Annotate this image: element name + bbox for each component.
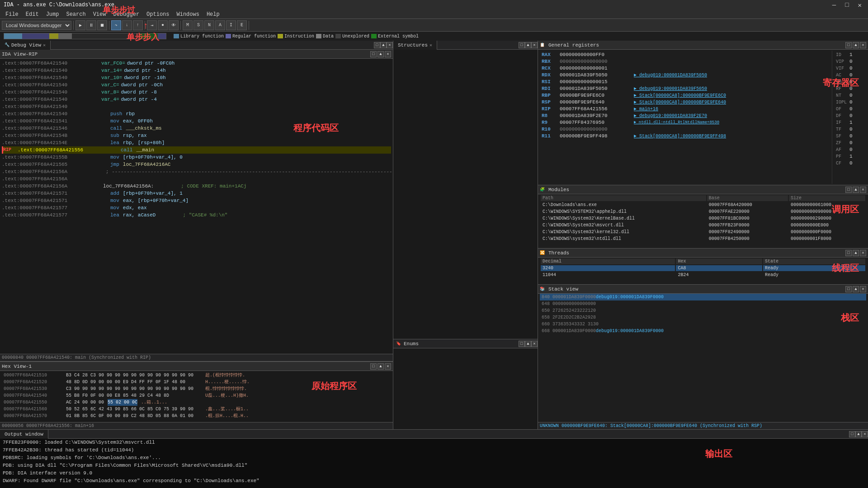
output-close-btn[interactable]: ✕	[862, 431, 868, 437]
step-into-button[interactable]: ↓	[122, 20, 132, 30]
rdi-link[interactable]: ► debug019:000001DA839F5050	[634, 85, 707, 92]
modules-max-btn[interactable]: ▲	[853, 187, 859, 193]
ida-view-content[interactable]: .text:00007FF68A421540 var_FC0= dword pt…	[0, 59, 393, 354]
strings-button[interactable]: A	[215, 20, 225, 30]
module-row-kernel32[interactable]: C:\WINDOWS\System32\kernel32.dll 00007FF…	[541, 229, 865, 235]
rip-link[interactable]: ► main+16	[634, 106, 658, 113]
stop-button[interactable]: ⏹	[97, 20, 107, 30]
hex-float-btn[interactable]: □	[370, 363, 377, 370]
close-button[interactable]: ✕	[855, 1, 864, 9]
ida-float-btn[interactable]: □	[370, 51, 377, 57]
segments-button[interactable]: S	[193, 20, 203, 30]
pane-float-left[interactable]: □	[374, 42, 380, 48]
struct-float-btn[interactable]: □	[519, 42, 525, 48]
modules-controls[interactable]: □ ▲ ✕	[845, 187, 866, 193]
ida-close-btn[interactable]: ✕	[385, 51, 391, 57]
debugger-dropdown[interactable]: Local Windows debugger	[2, 21, 71, 30]
code-line-rip[interactable]: RIP .text:00007FF68A421556 call __main	[2, 146, 391, 154]
maximize-button[interactable]: □	[842, 1, 851, 9]
names-button[interactable]: N	[204, 20, 214, 30]
module-base-ans: 00007FF68A420000	[707, 202, 788, 208]
step-out-button[interactable]: ↑	[133, 20, 143, 30]
modules-col-path: Path	[541, 195, 706, 201]
pause-button[interactable]: ⏸	[86, 20, 96, 30]
menu-file[interactable]: File	[2, 11, 22, 18]
hex-view-controls[interactable]: □ ▲ ✕	[370, 363, 391, 370]
hex-close-btn[interactable]: ✕	[385, 363, 391, 370]
imports-button[interactable]: I	[226, 20, 236, 30]
rbp-link[interactable]: ► Stack[00000CA8]:000000BF9E9FE6C0	[634, 92, 726, 99]
enums-close-btn[interactable]: ✕	[531, 341, 538, 347]
window-controls[interactable]: — □ ✕	[830, 1, 864, 9]
breakpoint-button[interactable]: ●	[158, 20, 168, 30]
r11-link[interactable]: ► Stack[00000CA8]:000000BF9E9FF498	[634, 133, 726, 140]
run-to-cursor-button[interactable]: ⇥	[147, 20, 157, 30]
pane-close-left[interactable]: ✕	[387, 42, 393, 48]
reg-icon: 📋	[540, 42, 545, 47]
module-row-msvcrt[interactable]: C:\WINDOWS\System32\msvcrt.dll 00007FFB2…	[541, 222, 865, 228]
module-row-ans[interactable]: C:\Downloads\ans.exe 00007FF68A420000 00…	[541, 202, 865, 208]
exports-button[interactable]: E	[237, 20, 247, 30]
watch-button[interactable]: 👁	[169, 20, 179, 30]
modules-button[interactable]: M	[183, 20, 193, 30]
r9-link[interactable]: ► ntdll.dll:ntdll_RtlNtdllName+8530	[634, 119, 719, 126]
menu-help[interactable]: Help	[203, 11, 223, 18]
minimize-button[interactable]: —	[830, 1, 839, 9]
code-line-mov1: .text:00007FF68A421541 mov eax, 0FF0h	[2, 117, 391, 125]
reg-max-btn[interactable]: ▲	[853, 42, 859, 48]
tab-output[interactable]: Output window	[0, 430, 48, 439]
step-over-button[interactable]: ↷ 单步步过 ↓	[111, 20, 121, 30]
r8-link[interactable]: ► debug019:000001DA839F2E70	[634, 113, 707, 119]
menu-windows[interactable]: Windows	[173, 11, 203, 18]
module-row-apphelp[interactable]: C:\WINDOWS\SYSTEM32\apphelp.dll 00007FFA…	[541, 209, 865, 215]
struct-max-btn[interactable]: ▲	[525, 42, 531, 48]
modules-close-btn[interactable]: ✕	[860, 187, 866, 193]
menu-search[interactable]: Search	[62, 11, 89, 18]
thread-state-11044: Ready	[763, 272, 865, 278]
menu-edit[interactable]: Edit	[22, 11, 42, 18]
stack-max-btn[interactable]: ▲	[853, 286, 859, 292]
reg-controls[interactable]: □ ▲ ✕	[845, 42, 866, 48]
tab-debug-view[interactable]: 🔧 Debug View ✕	[0, 41, 51, 50]
thread-row-3240[interactable]: 3240 CA8 Ready	[541, 265, 865, 271]
module-row-kernelbase[interactable]: C:\WINDOWS\System32\KernelBase.dll 00007…	[541, 216, 865, 221]
stack-float-btn[interactable]: □	[845, 286, 852, 292]
ida-max-btn[interactable]: ▲	[377, 51, 384, 57]
stack-val-6[interactable]: debug019:000001DA839F0000	[596, 328, 668, 334]
thread-row-11044[interactable]: 11044 2B24 Ready	[541, 272, 865, 278]
stack-controls[interactable]: □ ▲ ✕	[845, 286, 866, 292]
reg-float-btn[interactable]: □	[845, 42, 852, 48]
threads-float-btn[interactable]: □	[845, 250, 852, 256]
reg-close-btn[interactable]: ✕	[860, 42, 866, 48]
enums-float-btn[interactable]: □	[519, 341, 525, 347]
threads-controls[interactable]: □ ▲ ✕	[845, 250, 866, 256]
pane-max-left[interactable]: ▲	[380, 42, 387, 48]
structures-close[interactable]: ✕	[429, 42, 432, 48]
rip-val: 00007FF68A421556	[560, 106, 632, 113]
tab-structures[interactable]: Structures ✕	[393, 41, 437, 50]
enums-max-btn[interactable]: ▲	[525, 341, 531, 347]
struct-close-btn[interactable]: ✕	[531, 42, 538, 48]
modules-float-btn[interactable]: □	[845, 187, 852, 193]
menu-options[interactable]: Options	[143, 11, 173, 18]
menu-jump[interactable]: Jump	[42, 11, 63, 18]
stack-close-btn[interactable]: ✕	[860, 286, 866, 292]
menu-debugger[interactable]: Debugger	[109, 11, 143, 18]
module-row-ntdll[interactable]: C:\WINDOWS\system32\ntdll.dll 00007FFB42…	[541, 236, 865, 242]
hex-bytes-6: 50 52 65 6C 42 43 90 85 66 0C 85 C0 75 3…	[66, 406, 202, 413]
output-max-btn[interactable]: ▲	[855, 431, 862, 437]
hex-max-btn[interactable]: ▲	[377, 363, 384, 370]
rdx-link[interactable]: ► debug019:000001DA839F5050	[634, 72, 707, 79]
output-float-btn[interactable]: □	[849, 431, 855, 437]
ida-view-controls[interactable]: □ ▲ ✕	[370, 51, 391, 57]
stack-val-1[interactable]: debug019:000001DA839F0000	[596, 294, 668, 300]
stack-row-1[interactable]: 840 000001DA839F0000 debug019:000001DA83…	[540, 294, 866, 300]
debug-view-close[interactable]: ✕	[43, 42, 46, 48]
threads-max-btn[interactable]: ▲	[853, 250, 859, 256]
menu-view[interactable]: View	[90, 11, 110, 18]
play-button[interactable]: ▶	[75, 20, 85, 30]
hex-view-content[interactable]: 原始程序区 00007FF68A421510 B3 C4 28 C3 90 90…	[0, 371, 393, 422]
rsp-link[interactable]: ► Stack[00000CA8]:000000BF9E9FE640	[634, 99, 726, 106]
threads-close-btn[interactable]: ✕	[860, 250, 866, 256]
ops-sub: rsp, rax	[123, 132, 147, 139]
